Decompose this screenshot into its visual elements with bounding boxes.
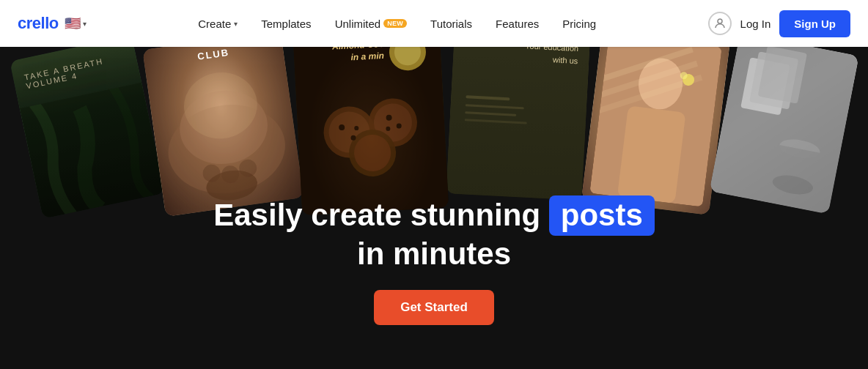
get-started-button[interactable]: Get Started: [374, 290, 494, 325]
user-icon[interactable]: [708, 12, 732, 35]
card-landscape: TAKE A BREATHVOLUME 4: [10, 47, 165, 219]
nav-pricing[interactable]: Pricing: [562, 18, 596, 30]
nav-unlimited-label: Unlimited: [335, 18, 381, 30]
navbar-left: crello 🇺🇸 ▾: [18, 14, 87, 33]
card-3d-shapes: [709, 47, 858, 214]
nav-templates[interactable]: Templates: [261, 18, 311, 30]
hero-content: Easily create stunning posts in minutes …: [213, 195, 655, 325]
nav-create-label: Create: [198, 18, 231, 30]
nav-unlimited[interactable]: Unlimited NEW: [335, 18, 407, 30]
nav-templates-label: Templates: [261, 18, 311, 30]
nav-pricing-label: Pricing: [562, 18, 596, 30]
card-5-inner: [589, 47, 722, 207]
card-cookies: Almond Cookiesin a min: [293, 47, 449, 215]
language-selector[interactable]: 🇺🇸 ▾: [65, 15, 87, 31]
hero-headline: Easily create stunning posts in minutes: [213, 195, 655, 272]
new-badge: NEW: [383, 19, 407, 28]
svg-rect-31: [617, 105, 685, 204]
hero-section: TAKE A BREATHVOLUME 4 CLUB: [0, 47, 868, 369]
card-1-text: TAKE A BREATHVOLUME 4: [23, 56, 106, 90]
card-hand: CLUB: [142, 47, 304, 217]
login-button[interactable]: Log In: [740, 18, 771, 30]
nav-tutorials-label: Tutorials: [430, 18, 472, 30]
flag-arrow-icon: ▾: [83, 20, 87, 28]
card-education: Your educationwith us: [446, 47, 590, 201]
hero-headline-highlight: posts: [549, 195, 655, 235]
signup-button[interactable]: Sign Up: [779, 10, 850, 37]
hero-headline-before: Easily create stunning: [213, 198, 540, 232]
card-4-text: Your educationwith us: [523, 47, 578, 67]
cards-row: TAKE A BREATHVOLUME 4 CLUB: [0, 47, 868, 215]
logo[interactable]: crello: [18, 14, 59, 33]
nav-features[interactable]: Features: [496, 18, 539, 30]
nav-features-label: Features: [496, 18, 539, 30]
navbar-right: Log In Sign Up: [708, 10, 850, 37]
nav-tutorials[interactable]: Tutorials: [430, 18, 472, 30]
svg-point-0: [718, 19, 722, 23]
nav-create[interactable]: Create ▾: [198, 18, 238, 30]
card-woman: [581, 47, 730, 215]
flag-icon: 🇺🇸: [65, 15, 81, 31]
navbar: crello 🇺🇸 ▾ Create ▾ Templates Unlimited…: [0, 0, 868, 47]
navbar-nav: Create ▾ Templates Unlimited NEW Tutoria…: [198, 18, 596, 30]
hero-headline-after: in minutes: [357, 236, 511, 271]
nav-create-arrow: ▾: [234, 20, 238, 28]
